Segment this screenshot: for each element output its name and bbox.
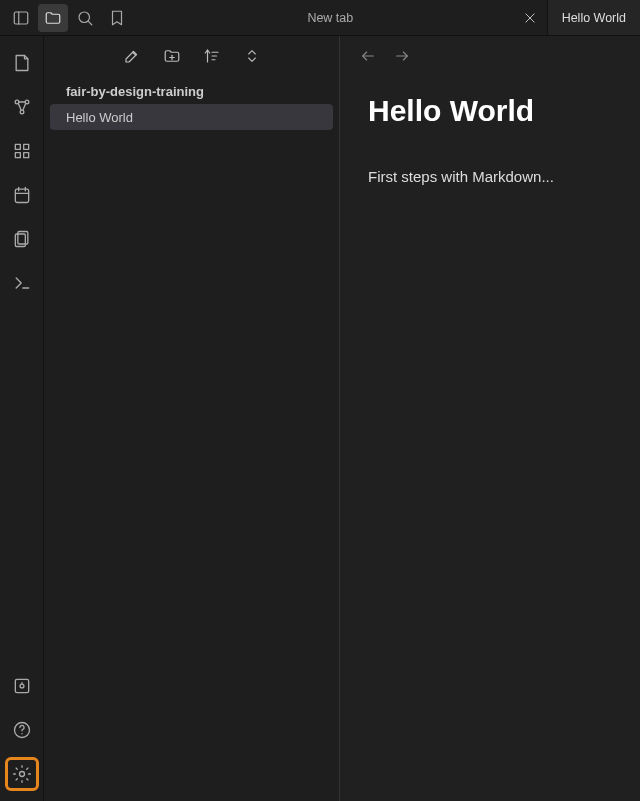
page-body: First steps with Markdown... [368, 168, 612, 185]
svg-rect-23 [15, 679, 28, 692]
tree-file-hello-world[interactable]: Hello World [50, 104, 333, 130]
svg-rect-15 [23, 153, 28, 158]
editor-content[interactable]: Hello World First steps with Markdown... [340, 76, 640, 203]
calendar-icon[interactable] [7, 180, 37, 210]
tabs: New tab Hello World [138, 0, 640, 35]
folder-label: fair-by-design-training [66, 84, 204, 99]
tab-new[interactable]: New tab [138, 0, 523, 35]
expand-icon[interactable] [241, 45, 263, 67]
editor-pane: Hello World First steps with Markdown... [340, 36, 640, 801]
grid-icon[interactable] [7, 136, 37, 166]
titlebar-left-controls [0, 0, 138, 35]
close-icon[interactable] [523, 0, 547, 35]
terminal-icon[interactable] [7, 268, 37, 298]
activity-bar [0, 36, 44, 801]
svg-rect-14 [15, 153, 20, 158]
folder-icon[interactable] [38, 4, 68, 32]
sort-icon[interactable] [201, 45, 223, 67]
svg-rect-13 [23, 144, 28, 149]
file-label: Hello World [66, 110, 133, 125]
bookmark-icon[interactable] [102, 4, 132, 32]
titlebar: New tab Hello World [0, 0, 640, 36]
side-panel: fair-by-design-training Hello World [44, 36, 340, 801]
svg-line-9 [18, 103, 21, 110]
help-icon[interactable] [7, 715, 37, 745]
arrow-left-icon[interactable] [358, 46, 378, 66]
editor-nav [340, 36, 640, 76]
new-folder-icon[interactable] [161, 45, 183, 67]
main: fair-by-design-training Hello World Hell… [0, 36, 640, 801]
svg-rect-0 [14, 12, 28, 24]
tab-label: Hello World [562, 11, 626, 25]
search-icon[interactable] [70, 4, 100, 32]
svg-rect-12 [15, 144, 20, 149]
svg-line-3 [88, 21, 91, 24]
svg-rect-16 [15, 189, 28, 202]
edit-icon[interactable] [121, 45, 143, 67]
tab-label: New tab [307, 11, 353, 25]
files-icon[interactable] [7, 224, 37, 254]
tree-folder-root[interactable]: fair-by-design-training [44, 78, 339, 104]
svg-point-2 [79, 12, 90, 23]
graph-icon[interactable] [7, 92, 37, 122]
note-icon[interactable] [7, 48, 37, 78]
page-title: Hello World [368, 94, 612, 128]
arrow-right-icon[interactable] [392, 46, 412, 66]
file-tree: fair-by-design-training Hello World [44, 76, 339, 801]
side-panel-toolbar [44, 36, 339, 76]
settings-icon[interactable] [7, 759, 37, 789]
tab-hello-world[interactable]: Hello World [547, 0, 640, 35]
panel-left-icon[interactable] [6, 4, 36, 32]
svg-point-28 [19, 772, 24, 777]
svg-line-10 [22, 103, 25, 110]
vault-icon[interactable] [7, 671, 37, 701]
